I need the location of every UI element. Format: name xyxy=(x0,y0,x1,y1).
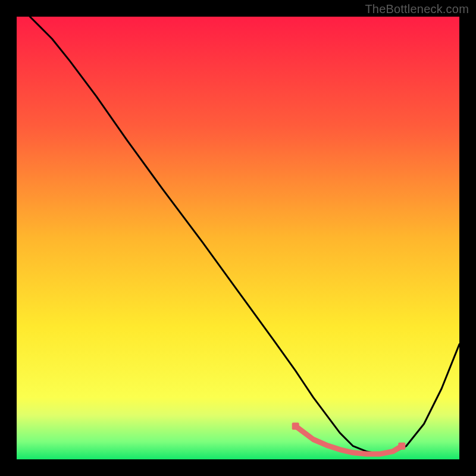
optimal-band-endpoint xyxy=(292,422,299,430)
watermark-label: TheBottleneck.com xyxy=(365,2,469,16)
chart-svg xyxy=(0,0,476,476)
chart-canvas: TheBottleneck.com xyxy=(0,0,476,476)
plot-background xyxy=(17,17,459,459)
optimal-band-endpoint xyxy=(398,443,405,450)
